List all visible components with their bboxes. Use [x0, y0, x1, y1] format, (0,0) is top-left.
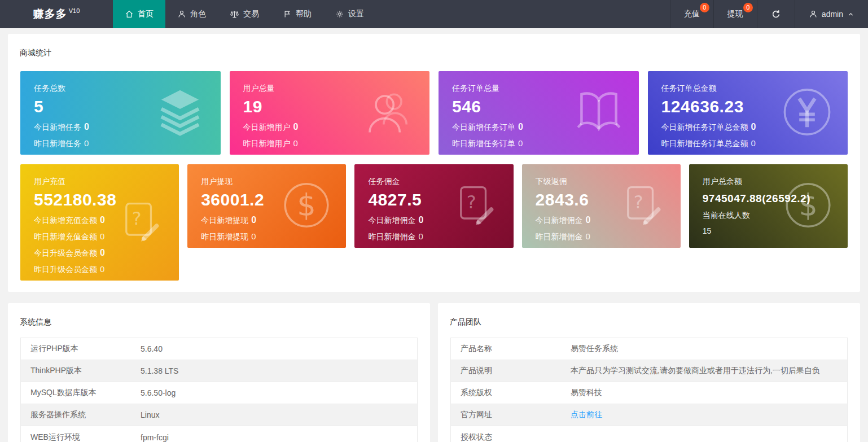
navbar-spacer: [376, 0, 670, 28]
card-line: 今日新增任务订单0: [452, 122, 625, 133]
card-label: 用户总余额: [703, 177, 834, 187]
stat-card-user-recharge: 用户充值 552180.38 今日新增充值金额0 昨日新增充值金额0 今日升级会…: [20, 164, 179, 281]
menu-item-roles[interactable]: 角色: [165, 0, 218, 28]
chevron-up-icon: [847, 11, 854, 18]
product-team-table: 产品名称易赞任务系统 产品说明本产品只为学习测试交流,请勿要做商业或者用于违法行…: [450, 338, 848, 442]
card-value: 4827.5: [368, 190, 499, 209]
card-value: 2843.6: [536, 190, 667, 209]
stat-card-user-total: 用户总量 19 今日新增用户0 昨日新增用户0: [230, 71, 430, 155]
withdraw-badge: 0: [743, 3, 753, 12]
stats-row-1: 任务总数 5 今日新增任务0 昨日新增任务0 用户总量 19 今日新增用户0 昨…: [20, 71, 848, 155]
table-row: 产品名称易赞任务系统: [451, 338, 847, 360]
card-line: 今日新增充值金额0: [34, 215, 165, 226]
system-info-panel: 系统信息 运行PHP版本5.6.40 ThinkPHP版本5.1.38 LTS …: [8, 303, 430, 442]
product-team-panel: 产品团队 产品名称易赞任务系统 产品说明本产品只为学习测试交流,请勿要做商业或者…: [438, 303, 860, 442]
card-line: 今日新增任务0: [34, 122, 207, 133]
card-label: 任务订单总量: [452, 84, 625, 94]
stat-card-task-commission: 任务佣金 4827.5 今日新增佣金0 昨日新增佣金0 ?: [354, 164, 513, 248]
table-row: 授权状态: [451, 426, 847, 442]
home-icon: [125, 10, 134, 19]
product-team-title: 产品团队: [438, 303, 860, 336]
stat-card-sub-rebate: 下级返佣 2843.6 今日新增佣金0 昨日新增佣金0 ?: [522, 164, 681, 248]
card-line: 今日新增任务订单总金额0: [661, 122, 835, 133]
card-line: 今日新增用户0: [243, 122, 417, 133]
menu-item-home[interactable]: 首页: [113, 0, 165, 28]
menu-item-settings[interactable]: 设置: [323, 0, 376, 28]
table-row: MySQL数据库版本5.6.50-log: [21, 382, 417, 404]
card-line: 昨日新增任务订单0: [452, 138, 625, 149]
card-line: 今日升级会员金额0: [34, 248, 165, 259]
table-row: 系统版权易赞科技: [451, 382, 847, 404]
card-line: 昨日新增佣金0: [368, 231, 499, 242]
stat-card-order-total: 任务订单总量 546 今日新增任务订单0 昨日新增任务订单0: [439, 71, 639, 155]
app-logo[interactable]: 赚多多 V10: [0, 0, 113, 28]
card-value: 19: [243, 97, 417, 116]
bottom-panels: 系统信息 运行PHP版本5.6.40 ThinkPHP版本5.1.38 LTS …: [8, 303, 860, 442]
table-row: 运行PHP版本5.6.40: [21, 338, 417, 360]
card-line: 今日新增佣金0: [536, 215, 667, 226]
table-row: ThinkPHP版本5.1.38 LTS: [21, 360, 417, 382]
card-line: 昨日新增佣金0: [536, 231, 667, 242]
system-info-table: 运行PHP版本5.6.40 ThinkPHP版本5.1.38 LTS MySQL…: [20, 338, 418, 442]
top-navbar: 赚多多 V10 首页 角色 交易 帮助 设置 充值 0 提现: [0, 0, 868, 28]
card-value: 9745047.88(26592.2): [703, 192, 834, 205]
logo-text: 赚多多: [33, 7, 67, 21]
gear-icon: [335, 10, 344, 19]
stat-card-user-withdraw: 用户提现 36001.2 今日新增提现0 昨日新增提现0 $: [187, 164, 346, 248]
flag-icon: [283, 10, 292, 19]
menu-item-label: 首页: [138, 9, 154, 19]
card-value: 124636.23: [661, 97, 835, 116]
card-label: 任务订单总金额: [661, 84, 835, 94]
dollar-circle-icon: $: [783, 181, 833, 232]
card-line: 今日新增提现0: [201, 215, 332, 226]
menu-item-label: 角色: [190, 9, 206, 19]
card-line: 15: [703, 226, 834, 235]
user-menu[interactable]: admin: [795, 0, 868, 28]
card-label: 用户总量: [243, 84, 417, 94]
card-line: 昨日新增用户0: [243, 138, 417, 149]
stats-cards: 任务总数 5 今日新增任务0 昨日新增任务0 用户总量 19 今日新增用户0 昨…: [8, 67, 860, 292]
card-line: 昨日新增充值金额0: [34, 231, 165, 242]
admin-avatar-icon: [809, 10, 818, 19]
logo-version: V10: [69, 7, 80, 14]
scales-icon: [230, 10, 239, 19]
card-value: 36001.2: [201, 190, 332, 209]
refresh-button[interactable]: [757, 0, 795, 28]
card-line: 昨日升级会员金额0: [34, 264, 165, 275]
stat-card-task-total: 任务总数 5 今日新增任务0 昨日新增任务0: [20, 71, 221, 155]
card-label: 用户充值: [34, 177, 165, 187]
recharge-badge: 0: [700, 3, 709, 12]
menu-item-label: 设置: [348, 9, 364, 19]
card-label: 用户提现: [201, 177, 332, 187]
card-value: 552180.38: [34, 190, 165, 209]
menu-item-help[interactable]: 帮助: [271, 0, 323, 28]
user-icon: [177, 10, 186, 19]
recharge-label: 充值: [684, 9, 700, 19]
card-value: 546: [452, 97, 625, 116]
table-row: 服务器操作系统Linux: [21, 404, 417, 426]
card-line: 昨日新增任务0: [34, 138, 207, 149]
navbar-actions: 充值 0 提现 0 admin: [670, 0, 868, 28]
table-row: 产品说明本产品只为学习测试交流,请勿要做商业或者用于违法行为,一切后果自负: [451, 360, 847, 382]
system-info-title: 系统信息: [8, 303, 430, 336]
card-line: 当前在线人数: [703, 211, 834, 221]
card-line: 昨日新增提现0: [201, 231, 332, 242]
main-menu: 首页 角色 交易 帮助 设置: [113, 0, 376, 28]
card-value: 5: [34, 97, 207, 116]
table-row: 官方网址点击前往: [451, 404, 847, 426]
withdraw-label: 提现: [727, 9, 743, 19]
stat-card-order-amount: 任务订单总金额 124636.23 今日新增任务订单总金额0 昨日新增任务订单总…: [648, 71, 848, 155]
recharge-button[interactable]: 充值 0: [670, 0, 713, 28]
withdraw-button[interactable]: 提现 0: [713, 0, 757, 28]
refresh-icon: [771, 9, 781, 19]
menu-item-trade[interactable]: 交易: [218, 0, 271, 28]
menu-item-label: 帮助: [296, 9, 312, 19]
official-site-link[interactable]: 点击前往: [571, 410, 602, 419]
card-label: 任务总数: [34, 84, 207, 94]
main-content: 商城统计 任务总数 5 今日新增任务0 昨日新增任务0 用户总量 19 今日新增…: [0, 28, 868, 442]
stat-card-user-balance: 用户总余额 9745047.88(26592.2) 当前在线人数 15 $: [689, 164, 848, 248]
card-label: 任务佣金: [368, 177, 499, 187]
stats-panel-title: 商城统计: [8, 34, 860, 67]
stats-panel: 商城统计 任务总数 5 今日新增任务0 昨日新增任务0 用户总量 19 今日新增…: [8, 34, 860, 292]
table-row: WEB运行环境fpm-fcgi: [21, 426, 417, 442]
